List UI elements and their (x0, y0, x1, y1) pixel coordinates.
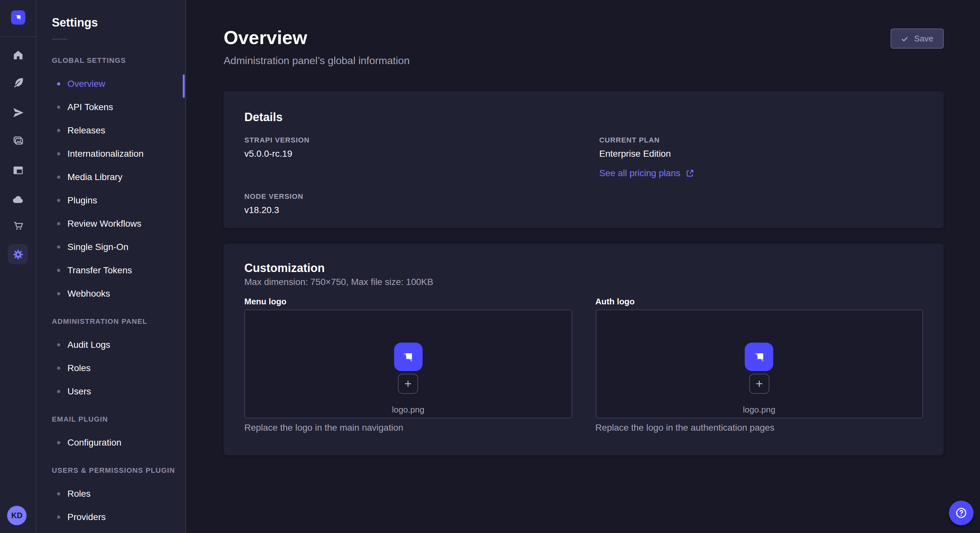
field-label: STRAPI VERSION (244, 136, 568, 144)
bullet-icon (57, 515, 60, 519)
page-title: Overview (224, 28, 944, 47)
menu-logo-uploader: Menu logo (244, 287, 572, 433)
section-label: ADMINISTRATION PANEL (36, 309, 185, 333)
logo-filename: logo.png (392, 405, 425, 415)
pricing-plans-link[interactable]: See all pricing plans (599, 168, 694, 178)
customization-card: Customization Max dimension: 750×750, Ma… (224, 244, 944, 455)
media-library-icon[interactable] (12, 134, 25, 147)
field-value: Enterprise Edition (599, 147, 923, 160)
plus-icon (404, 379, 413, 389)
bullet-icon (57, 390, 60, 393)
sidebar-item-audit-logs[interactable]: Audit Logs (36, 333, 185, 356)
paper-plane-icon[interactable] (12, 106, 25, 119)
field-label: CURRENT PLAN (599, 136, 923, 144)
strapi-version-field: STRAPI VERSION v5.0.0-rc.19 (244, 136, 568, 160)
upload-label: Menu logo (244, 296, 572, 307)
strapi-logo-icon (13, 12, 23, 23)
page-header: Overview Administration panel’s global i… (224, 28, 944, 67)
section-global-settings: GLOBAL SETTINGS Overview API Tokens Rele… (36, 49, 185, 305)
section-label: EMAIL PLUGIN (36, 408, 185, 431)
bullet-icon (57, 492, 60, 495)
bullet-icon (57, 198, 60, 202)
sidebar-item-label: Single Sign-On (67, 241, 128, 252)
help-button[interactable] (949, 501, 974, 525)
avatar[interactable]: KD (7, 506, 27, 525)
feather-icon[interactable] (12, 76, 25, 89)
subnav-title: Settings (52, 16, 185, 30)
save-button[interactable]: Save (891, 29, 944, 49)
add-logo-button[interactable] (749, 374, 769, 394)
layout-icon[interactable] (12, 164, 25, 177)
question-mark-icon (955, 506, 968, 519)
section-email-plugin: EMAIL PLUGIN Configuration (36, 408, 185, 454)
details-right-column: CURRENT PLAN Enterprise Edition See all … (599, 136, 923, 216)
strapi-logo-icon (399, 348, 417, 366)
sidebar-item-users[interactable]: Users (36, 379, 185, 403)
sidebar-item-label: Releases (67, 125, 105, 135)
check-icon (901, 35, 909, 43)
sidebar-item-plugins[interactable]: Plugins (36, 189, 185, 212)
sidebar-item-label: Audit Logs (67, 339, 110, 350)
rail-divider (0, 36, 36, 37)
main-nav-rail: KD (0, 0, 36, 533)
sidebar-item-releases[interactable]: Releases (36, 119, 185, 142)
external-link-icon (686, 169, 694, 177)
sidebar-item-transfer-tokens[interactable]: Transfer Tokens (36, 259, 185, 282)
bullet-icon (57, 82, 60, 85)
sidebar-item-label: API Tokens (67, 102, 113, 112)
menu-logo-dropzone[interactable]: logo.png (244, 309, 572, 418)
sidebar-item-up-roles[interactable]: Roles (36, 482, 185, 505)
sidebar-item-overview[interactable]: Overview (36, 72, 185, 95)
strapi-logo-icon (751, 348, 768, 366)
upload-hint: Replace the logo in the main navigation (244, 422, 572, 433)
pricing-plans-link-label: See all pricing plans (599, 168, 681, 178)
bullet-icon (57, 268, 60, 272)
sidebar-item-label: Users (67, 386, 91, 397)
auth-logo-preview (745, 343, 773, 371)
auth-logo-dropzone[interactable]: logo.png (595, 309, 923, 418)
details-card: Details STRAPI VERSION v5.0.0-rc.19 NODE… (224, 91, 944, 228)
sidebar-item-label: Configuration (67, 437, 121, 447)
section-label: USERS & PERMISSIONS PLUGIN (36, 458, 185, 482)
bullet-icon (57, 128, 60, 132)
strapi-logo[interactable] (11, 10, 25, 25)
section-users-permissions-plugin: USERS & PERMISSIONS PLUGIN Roles Provide… (36, 458, 185, 528)
add-logo-button[interactable] (398, 374, 418, 394)
cloud-icon[interactable] (12, 193, 25, 206)
bullet-icon (57, 366, 60, 370)
subnav-scrollbar-thumb[interactable] (183, 75, 185, 98)
field-value: v5.0.0-rc.19 (244, 147, 568, 160)
bullet-icon (57, 222, 60, 225)
sidebar-item-providers[interactable]: Providers (36, 505, 185, 528)
strapi-admin-app: KD Settings GLOBAL SETTINGS Overview API… (0, 0, 980, 533)
bullet-icon (57, 292, 60, 295)
node-version-field: NODE VERSION v18.20.3 (244, 192, 568, 216)
field-label: NODE VERSION (244, 192, 568, 201)
auth-logo-uploader: Auth logo (595, 287, 923, 433)
sidebar-item-label: Media Library (67, 171, 123, 182)
subnav-list: GLOBAL SETTINGS Overview API Tokens Rele… (36, 49, 185, 528)
sidebar-item-label: Transfer Tokens (67, 265, 132, 275)
sidebar-item-label: Overview (67, 78, 105, 89)
subnav-divider (52, 39, 67, 40)
gear-icon[interactable] (8, 244, 28, 264)
section-label: GLOBAL SETTINGS (36, 49, 185, 72)
bullet-icon (57, 343, 60, 346)
sidebar-item-internationalization[interactable]: Internationalization (36, 142, 185, 165)
customization-card-title: Customization (244, 262, 923, 275)
bullet-icon (57, 105, 60, 108)
logo-filename: logo.png (743, 405, 775, 415)
home-icon[interactable] (12, 49, 25, 62)
sidebar-item-label: Internationalization (67, 148, 143, 159)
section-administration-panel: ADMINISTRATION PANEL Audit Logs Roles Us… (36, 309, 185, 403)
sidebar-item-single-sign-on[interactable]: Single Sign-On (36, 235, 185, 259)
cart-icon[interactable] (12, 219, 25, 232)
sidebar-item-label: Providers (67, 512, 106, 522)
sidebar-item-configuration[interactable]: Configuration (36, 431, 185, 454)
sidebar-item-review-workflows[interactable]: Review Workflows (36, 212, 185, 235)
sidebar-item-api-tokens[interactable]: API Tokens (36, 95, 185, 119)
sidebar-item-webhooks[interactable]: Webhooks (36, 282, 185, 305)
sidebar-item-label: Review Workflows (67, 218, 141, 228)
sidebar-item-media-library[interactable]: Media Library (36, 165, 185, 189)
sidebar-item-admin-roles[interactable]: Roles (36, 356, 185, 379)
